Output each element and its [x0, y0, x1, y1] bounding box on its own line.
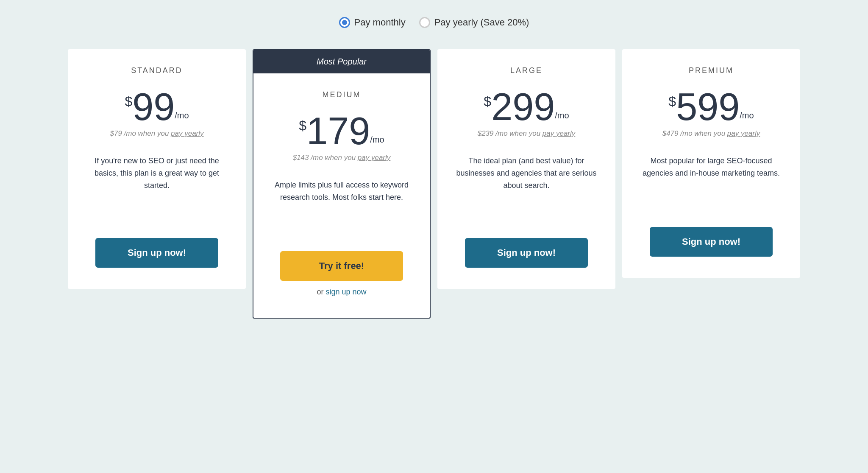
- price-period-premium: /mo: [740, 111, 754, 120]
- plan-description-large: The ideal plan (and best value) for busi…: [453, 151, 600, 204]
- yearly-note-medium: $143 /mo when you pay yearly: [293, 154, 391, 162]
- pay-yearly-radio[interactable]: [419, 17, 430, 28]
- plan-name-standard: STANDARD: [131, 66, 183, 75]
- pay-yearly-option[interactable]: Pay yearly (Save 20%): [419, 17, 529, 28]
- price-amount-premium: 599: [676, 88, 740, 126]
- pay-monthly-radio[interactable]: [339, 17, 350, 28]
- plan-name-medium: MEDIUM: [323, 90, 361, 99]
- signup-btn-large[interactable]: Sign up now!: [465, 238, 588, 268]
- yearly-note-premium: $479 /mo when you pay yearly: [662, 129, 760, 138]
- yearly-note-text-premium: $479 /mo when you: [662, 129, 727, 137]
- plan-premium: PREMIUM $ 599 /mo $479 /mo when you pay …: [622, 49, 800, 278]
- price-dollar-medium: $: [299, 118, 306, 134]
- price-container-premium: $ 599 /mo: [668, 88, 754, 126]
- yearly-note-link-large[interactable]: pay yearly: [542, 129, 575, 137]
- or-text-medium: or: [317, 288, 323, 296]
- price-amount-large: 299: [491, 88, 555, 126]
- billing-toggle: Pay monthly Pay yearly (Save 20%): [8, 13, 860, 28]
- plans-container: STANDARD $ 99 /mo $79 /mo when you pay y…: [53, 49, 815, 319]
- price-amount-standard: 99: [132, 88, 175, 126]
- yearly-note-text-large: $239 /mo when you: [478, 129, 542, 137]
- yearly-note-text-medium: $143 /mo when you: [293, 154, 358, 162]
- price-amount-medium: 179: [306, 112, 370, 150]
- price-container-large: $ 299 /mo: [484, 88, 569, 126]
- price-period-medium: /mo: [370, 135, 384, 145]
- plan-standard: STANDARD $ 99 /mo $79 /mo when you pay y…: [68, 49, 246, 289]
- price-dollar-premium: $: [668, 94, 676, 109]
- price-dollar-standard: $: [125, 94, 132, 109]
- signup-btn-premium[interactable]: Sign up now!: [650, 227, 773, 257]
- yearly-note-link-premium[interactable]: pay yearly: [727, 129, 760, 137]
- price-period-large: /mo: [555, 111, 569, 120]
- plan-description-standard: If you're new to SEO or just need the ba…: [83, 151, 231, 204]
- price-container-standard: $ 99 /mo: [125, 88, 189, 126]
- price-container-medium: $ 179 /mo: [299, 112, 384, 150]
- price-period-standard: /mo: [175, 111, 189, 120]
- pay-monthly-option[interactable]: Pay monthly: [339, 17, 406, 28]
- yearly-note-large: $239 /mo when you pay yearly: [478, 129, 576, 138]
- plan-description-medium: Ample limits plus full access to keyword…: [269, 175, 415, 217]
- or-signup-medium: or sign up now: [317, 288, 366, 297]
- yearly-note-standard: $79 /mo when you pay yearly: [110, 129, 203, 138]
- featured-badge: Most Popular: [253, 50, 430, 73]
- yearly-note-link-standard[interactable]: pay yearly: [171, 129, 203, 137]
- pay-yearly-label: Pay yearly (Save 20%): [434, 17, 529, 28]
- try-free-btn-medium[interactable]: Try it free!: [280, 251, 403, 281]
- featured-content: MEDIUM $ 179 /mo $143 /mo when you pay y…: [253, 73, 430, 318]
- pay-monthly-label: Pay monthly: [354, 17, 406, 28]
- plan-medium: Most Popular MEDIUM $ 179 /mo $143 /mo w…: [253, 49, 431, 319]
- yearly-note-text-standard: $79 /mo when you: [110, 129, 171, 137]
- plan-description-premium: Most popular for large SEO-focused agenc…: [637, 151, 785, 193]
- plan-large: LARGE $ 299 /mo $239 /mo when you pay ye…: [437, 49, 615, 289]
- plan-name-large: LARGE: [510, 66, 542, 75]
- yearly-note-link-medium[interactable]: pay yearly: [358, 154, 390, 162]
- signup-btn-standard[interactable]: Sign up now!: [95, 238, 218, 268]
- plan-name-premium: PREMIUM: [689, 66, 734, 75]
- price-dollar-large: $: [484, 94, 491, 109]
- signup-link-medium[interactable]: sign up now: [326, 288, 366, 296]
